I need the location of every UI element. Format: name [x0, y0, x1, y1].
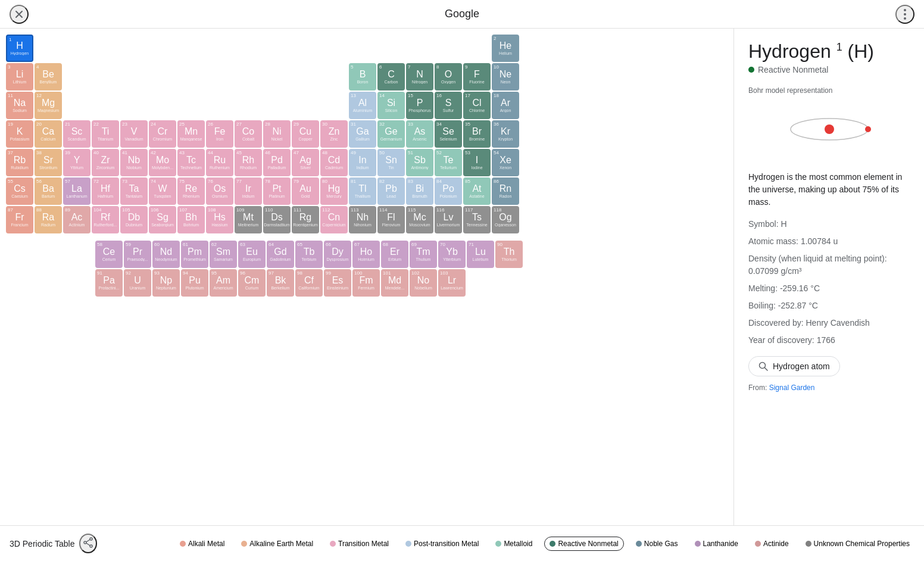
- element-v[interactable]: 23VVanadium: [120, 120, 148, 148]
- element-no[interactable]: 102NoNobelium: [410, 269, 437, 297]
- element-mt[interactable]: 109MtMeitnerium: [235, 206, 262, 233]
- element-pr[interactable]: 59PrPraesody...: [124, 241, 151, 268]
- source-link[interactable]: Signal Garden: [769, 384, 815, 392]
- element-cn[interactable]: 112CnCopernicium: [320, 206, 348, 233]
- element-re[interactable]: 75ReRhenium: [177, 177, 205, 205]
- element-pd[interactable]: 46PdPalladium: [263, 149, 291, 176]
- element-ba[interactable]: 56BaBarium: [35, 177, 62, 205]
- search-button[interactable]: Hydrogen atom: [748, 356, 840, 376]
- element-lr[interactable]: 103LrLawrencium: [438, 269, 466, 297]
- legend-item-alkaline[interactable]: Alkaline Earth Metal: [236, 537, 318, 550]
- element-rb[interactable]: 37RbRubidium: [6, 149, 33, 176]
- element-lv[interactable]: 116LvLivermorium: [435, 206, 462, 233]
- element-gd[interactable]: 64GdGadolinium: [267, 241, 294, 268]
- element-n[interactable]: 7NNitrogen: [406, 63, 433, 91]
- element-mg[interactable]: 12MgMagnesium: [35, 92, 62, 119]
- element-o[interactable]: 8OOxygen: [435, 63, 462, 91]
- element-y[interactable]: 39YYttrium: [63, 149, 90, 176]
- element-sm[interactable]: 62SmSamarium: [210, 241, 237, 268]
- element-tl[interactable]: 81TlThallium: [349, 177, 376, 205]
- element-nd[interactable]: 60NdNeodymium: [152, 241, 180, 268]
- legend-item-reactive[interactable]: Reactive Nonmetal: [544, 537, 623, 551]
- element-pu[interactable]: 94PuPlutonium: [181, 269, 208, 297]
- legend-item-unknown[interactable]: Unknown Chemical Properties: [801, 537, 914, 550]
- element-ds[interactable]: 110DsDarmstadtium: [263, 206, 291, 233]
- element-f[interactable]: 9FFluorine: [463, 63, 491, 91]
- element-hs[interactable]: 108HsHassium: [206, 206, 233, 233]
- element-ir[interactable]: 77IrIridium: [235, 177, 262, 205]
- element-as[interactable]: 33AsArsenic: [406, 120, 433, 148]
- element-ra[interactable]: 88RaRadium: [35, 206, 62, 233]
- element-tb[interactable]: 65TbTerbium: [295, 241, 323, 268]
- element-hg[interactable]: 80HgMercury: [320, 177, 348, 205]
- legend-item-lanthanide[interactable]: Lanthanide: [690, 537, 743, 550]
- element-mo[interactable]: 42MoMolybden...: [149, 149, 176, 176]
- element-tc[interactable]: 43TcTechnetium: [177, 149, 205, 176]
- element-mc[interactable]: 115McMoscovium: [406, 206, 433, 233]
- element-np[interactable]: 93NpNeptunium: [152, 269, 180, 297]
- element-co[interactable]: 27CoCobalt: [235, 120, 262, 148]
- element-yb[interactable]: 70YbYtterbium: [438, 241, 466, 268]
- element-in[interactable]: 49InIndium: [349, 149, 376, 176]
- element-si[interactable]: 14SiSilicon: [377, 92, 405, 119]
- element-ti[interactable]: 22TiTitanium: [92, 120, 119, 148]
- element-cu[interactable]: 29CuCopper: [292, 120, 319, 148]
- element-po[interactable]: 84PoPolonium: [435, 177, 462, 205]
- element-au[interactable]: 79AuGold: [292, 177, 319, 205]
- element-la[interactable]: 57LaLanthanum: [63, 177, 90, 205]
- element-cd[interactable]: 48CdCadmium: [320, 149, 348, 176]
- element-lu[interactable]: 71LuLutetium: [467, 241, 494, 268]
- element-zr[interactable]: 40ZrZirconium: [92, 149, 119, 176]
- element-fm[interactable]: 100FmFermium: [352, 269, 380, 297]
- element-br[interactable]: 35BrBromine: [463, 120, 491, 148]
- element-b[interactable]: 5BBoron: [349, 63, 376, 91]
- element-ni[interactable]: 28NiNickel: [263, 120, 291, 148]
- element-at[interactable]: 85AtAstatine: [463, 177, 491, 205]
- element-cr[interactable]: 24CrChromium: [149, 120, 176, 148]
- element-ru[interactable]: 44RuRuthenium: [206, 149, 233, 176]
- element-ne[interactable]: 10NeNeon: [492, 63, 519, 91]
- element-cm[interactable]: 96CmCurium: [238, 269, 266, 297]
- element-fl[interactable]: 114FlFlerovium: [377, 206, 405, 233]
- element-u[interactable]: 92UUranium: [124, 269, 151, 297]
- element-th[interactable]: 90ThThorium: [495, 241, 523, 268]
- element-ag[interactable]: 47AgSilver: [292, 149, 319, 176]
- element-w[interactable]: 74WTungsten: [149, 177, 176, 205]
- legend-item-actinide[interactable]: Actinide: [750, 537, 794, 550]
- element-te[interactable]: 52TeTellurium: [435, 149, 462, 176]
- element-s[interactable]: 16SSulfur: [435, 92, 462, 119]
- element-ge[interactable]: 32GeGermanium: [377, 120, 405, 148]
- element-h[interactable]: 1HHydrogen: [6, 35, 33, 62]
- element-ts[interactable]: 117TsTennessine: [463, 206, 491, 233]
- element-er[interactable]: 68ErErbium: [381, 241, 408, 268]
- element-sr[interactable]: 38SrStrontium: [35, 149, 62, 176]
- element-tm[interactable]: 69TmThulium: [410, 241, 437, 268]
- element-sc[interactable]: 21ScScandium: [63, 120, 90, 148]
- element-rg[interactable]: 111RgRoentgenium: [292, 206, 319, 233]
- element-rn[interactable]: 86RnRadon: [492, 177, 519, 205]
- element-am[interactable]: 95AmAmericium: [210, 269, 237, 297]
- element-bk[interactable]: 97BkBerkelium: [267, 269, 294, 297]
- element-zn[interactable]: 30ZnZinc: [320, 120, 348, 148]
- element-bi[interactable]: 83BiBismuth: [406, 177, 433, 205]
- element-hf[interactable]: 72HfHafnium: [92, 177, 119, 205]
- more-button[interactable]: [895, 5, 914, 24]
- element-mn[interactable]: 25MnManganese: [177, 120, 205, 148]
- element-c[interactable]: 6CCarbon: [377, 63, 405, 91]
- element-sg[interactable]: 106SgSeaborgium: [149, 206, 176, 233]
- element-nh[interactable]: 113NhNihonium: [349, 206, 376, 233]
- legend-item-post[interactable]: Post-transition Metal: [401, 537, 483, 550]
- element-be[interactable]: 4BeBeryllium: [35, 63, 62, 91]
- legend-item-transition[interactable]: Transition Metal: [325, 537, 394, 550]
- share-button[interactable]: [79, 534, 97, 553]
- element-he[interactable]: 2HeHelium: [492, 35, 519, 62]
- element-ca[interactable]: 20CaCalcium: [35, 120, 62, 148]
- element-og[interactable]: 118OgOganesson: [492, 206, 519, 233]
- element-pt[interactable]: 78PtPlatinum: [263, 177, 291, 205]
- element-rf[interactable]: 104RfRutherford...: [92, 206, 119, 233]
- element-ac[interactable]: 89AcActinium: [63, 206, 90, 233]
- element-na[interactable]: 11NaSodium: [6, 92, 33, 119]
- close-button[interactable]: [10, 5, 29, 24]
- element-eu[interactable]: 63EuEuropium: [238, 241, 266, 268]
- element-ta[interactable]: 73TaTantalum: [120, 177, 148, 205]
